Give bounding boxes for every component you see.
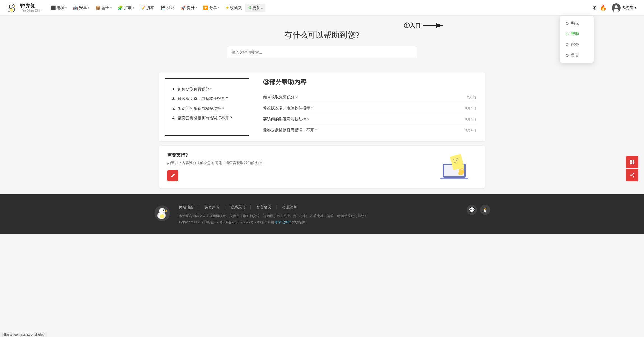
- faq-list-item-2[interactable]: 要访问的影视网站被劫持？ 9月4日: [263, 114, 476, 125]
- sun-icon[interactable]: ☀: [592, 4, 597, 11]
- svg-rect-23: [633, 162, 634, 164]
- footer-right: 💬 🐧: [467, 205, 490, 215]
- svg-rect-21: [633, 160, 634, 162]
- wechat-icon: 💬: [469, 207, 475, 213]
- logo-duck-icon: [6, 2, 18, 14]
- user-menu[interactable]: 鸭先知 ▾: [610, 2, 638, 13]
- svg-line-28: [632, 175, 633, 176]
- dropdown-item-yatan[interactable]: ⊙ 鸭坛: [560, 18, 594, 29]
- footer-cdn-link[interactable]: 零零七IDC: [275, 220, 291, 224]
- chevron-down-icon: ▾: [218, 6, 219, 9]
- svg-rect-20: [630, 160, 632, 162]
- nav-script[interactable]: 📝 脚本: [137, 4, 157, 12]
- svg-point-25: [633, 176, 634, 177]
- svg-point-32: [164, 210, 164, 210]
- chevron-down-icon: ▾: [110, 6, 112, 9]
- chevron-down-icon: ▾: [133, 6, 134, 9]
- faq-item-3[interactable]: 3. 要访问的影视网站被劫持？: [172, 104, 242, 113]
- chevron-down-icon: ▾: [65, 6, 67, 9]
- footer-link-disclaimer[interactable]: 免责声明: [205, 205, 219, 210]
- extend-icon: 🧩: [118, 5, 123, 10]
- qq-button[interactable]: 🐧: [480, 205, 490, 215]
- dropdown-item-station[interactable]: ⊙ 站务: [560, 39, 594, 50]
- svg-point-7: [615, 5, 618, 8]
- footer-link-contact[interactable]: 联系我们: [231, 205, 245, 210]
- svg-point-8: [614, 9, 619, 12]
- star-icon: ★: [226, 5, 229, 10]
- dropdown-item-message[interactable]: ⊙ 留言: [560, 50, 594, 61]
- faq-item-1[interactable]: 1. 如何获取免费积分？: [172, 84, 242, 94]
- flame-icon[interactable]: 🔥: [600, 4, 607, 11]
- support-left: 需要支持? 如果以上内容没办法解决您的问题，请留言获取我们的支持！: [167, 152, 266, 181]
- nav-right: ☀ 🔥 鸭先知 ▾: [592, 2, 638, 13]
- share-icon: [629, 172, 635, 178]
- svg-rect-14: [440, 178, 468, 179]
- promote-icon: 🚀: [181, 5, 186, 10]
- wechat-button[interactable]: 💬: [467, 205, 477, 215]
- nav-more[interactable]: ⚙ 更多 ▴: [245, 4, 265, 12]
- svg-point-26: [630, 174, 632, 176]
- footer: 网站地图 │ 免责声明 │ 联系我们 │ 留言建议 │ 心愿清单 本站所有内容来…: [0, 194, 644, 234]
- nav-extend[interactable]: 🧩 扩展 ▾: [115, 4, 137, 12]
- search-input[interactable]: [227, 46, 417, 58]
- section-title: ③部分帮助内容: [263, 78, 476, 86]
- nav-share[interactable]: 🔽 分享 ▾: [200, 4, 222, 12]
- username-label: 鸭先知: [622, 5, 634, 10]
- qq-icon: 🐧: [482, 207, 488, 213]
- footer-inner: 网站地图 │ 免责声明 │ 联系我们 │ 留言建议 │ 心愿清单 本站所有内容来…: [154, 205, 490, 225]
- station-icon: ⊙: [565, 42, 569, 47]
- computer-icon: ⬛: [50, 5, 56, 10]
- chevron-down-icon: ▾: [196, 6, 197, 9]
- nav-box[interactable]: 📦 盒子 ▾: [93, 4, 114, 12]
- faq-box: 1. 如何获取免费积分？ 2. 修改版安卓、电脑软件报毒？ 3. 要访问的影视网…: [165, 78, 249, 136]
- faq-list-item-0[interactable]: 如何获取免费积分？ 2天前: [263, 92, 476, 103]
- support-illustration: [435, 152, 477, 180]
- yatan-icon: ⊙: [565, 21, 569, 26]
- float-share-button[interactable]: [626, 169, 638, 181]
- footer-center: 网站地图 │ 免责声明 │ 联系我们 │ 留言建议 │ 心愿清单 本站所有内容来…: [179, 205, 458, 225]
- footer-logo-icon: [154, 205, 171, 222]
- logo-name-cn: 鸭先知: [20, 3, 42, 9]
- nav-computer[interactable]: ⬛ 电脑 ▾: [48, 4, 70, 12]
- faq-item-2[interactable]: 2. 修改版安卓、电脑软件报毒？: [172, 94, 242, 103]
- navbar: 鸭先知 - Ya Xian Zhi - ⬛ 电脑 ▾ 🤖 安卓 ▾ 📦 盒子 ▾…: [0, 0, 644, 16]
- footer-links: 网站地图 │ 免责声明 │ 联系我们 │ 留言建议 │ 心愿清单: [179, 205, 458, 210]
- dropdown-item-help[interactable]: ⊙ 帮助: [560, 29, 594, 39]
- hero-section: ①入口 有什么可以帮助到您?: [0, 16, 644, 67]
- footer-link-sitemap[interactable]: 网站地图: [179, 205, 194, 210]
- nav-favorites[interactable]: ★ 收藏夹: [223, 4, 245, 12]
- logo[interactable]: 鸭先知 - Ya Xian Zhi -: [6, 2, 42, 14]
- support-button[interactable]: [167, 170, 178, 181]
- annotation-arrow-icon: [423, 21, 445, 30]
- source-icon: 💾: [160, 5, 166, 10]
- svg-point-5: [10, 9, 13, 12]
- float-grid-button[interactable]: [626, 156, 638, 168]
- main-content: 1. 如何获取免费积分？ 2. 修改版安卓、电脑软件报毒？ 3. 要访问的影视网…: [154, 72, 490, 188]
- svg-point-31: [163, 210, 164, 211]
- share-icon: 🔽: [203, 5, 208, 10]
- support-desc: 如果以上内容没办法解决您的问题，请留言获取我们的支持！: [167, 161, 266, 166]
- chevron-up-icon: ▴: [261, 6, 263, 9]
- faq-list-item-3[interactable]: 蓝奏云盘链接拼写错误打不开？ 9月4日: [263, 125, 476, 136]
- box-icon: 📦: [95, 5, 101, 10]
- faq-list-item-1[interactable]: 修改版安卓、电脑软件报毒？ 9月4日: [263, 103, 476, 114]
- faq-right: ③部分帮助内容 如何获取免费积分？ 2天前 修改版安卓、电脑软件报毒？ 9月4日…: [255, 72, 485, 141]
- nav-source[interactable]: 💾 源码: [158, 4, 177, 12]
- footer-link-feedback[interactable]: 留言建议: [256, 205, 271, 210]
- support-right: [435, 152, 477, 181]
- nav-android[interactable]: 🤖 安卓 ▾: [70, 4, 92, 12]
- svg-line-27: [632, 174, 633, 175]
- chevron-down-icon: ▾: [88, 6, 89, 9]
- message-icon: ⊙: [565, 53, 569, 58]
- hero-title: 有什么可以帮助到您?: [6, 30, 638, 40]
- footer-link-wishlist[interactable]: 心愿清单: [282, 205, 297, 210]
- annotation-text: ①入口: [404, 22, 421, 29]
- search-box: [227, 46, 417, 58]
- script-icon: 📝: [140, 5, 146, 10]
- support-title: 需要支持?: [167, 152, 266, 158]
- edit-icon: [170, 173, 176, 178]
- logo-name-pinyin: - Ya Xian Zhi -: [20, 9, 42, 12]
- nav-promote[interactable]: 🚀 提升 ▾: [178, 4, 200, 12]
- faq-item-4[interactable]: 4. 蓝奏云盘链接拼写错误打不开？: [172, 113, 242, 123]
- support-section: 需要支持? 如果以上内容没办法解决您的问题，请留言获取我们的支持！: [159, 146, 485, 188]
